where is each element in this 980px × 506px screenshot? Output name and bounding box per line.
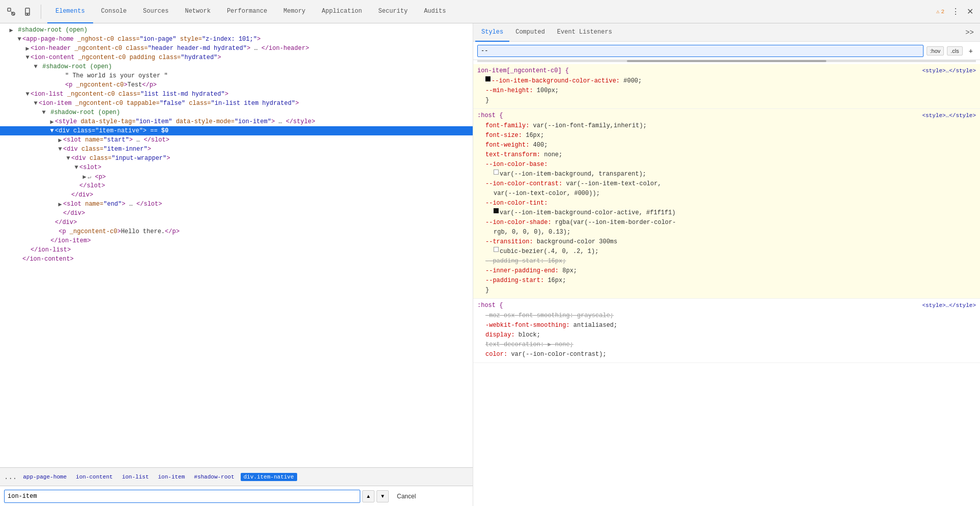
- triangle-slot-start[interactable]: ▶: [57, 136, 63, 144]
- tab-application[interactable]: Application: [313, 0, 370, 23]
- dom-line-ion-list-close[interactable]: </ion-list>: [0, 245, 473, 255]
- more-button[interactable]: ⋮: [949, 6, 962, 18]
- dom-line-ion-content-close[interactable]: </ion-content>: [0, 255, 473, 264]
- css-prop-ion-color-contrast[interactable]: --ion-color-contrast: var(--ion-item-tex…: [477, 179, 976, 188]
- dom-line-slot-start[interactable]: ▶ <slot name="start"> … </slot>: [0, 135, 473, 145]
- dom-line-ion-list[interactable]: ▼ <ion-list _ngcontent-c0 class="list li…: [0, 90, 473, 99]
- search-cancel-button[interactable]: Cancel: [391, 491, 422, 501]
- css-prop-ion-color-shade[interactable]: --ion-color-shade: rgba(var(--ion-item-b…: [477, 218, 976, 227]
- color-swatch-bg-active[interactable]: [485, 76, 491, 81]
- color-swatch-tint[interactable]: [494, 208, 499, 213]
- dom-line-slot-p[interactable]: ▶ ↵ <p>: [0, 172, 473, 181]
- css-checkbox-swatch-2[interactable]: [494, 247, 499, 252]
- css-prop-transition-value[interactable]: cubic-bezier(.4, 0, .2, 1);: [477, 247, 976, 256]
- dom-line-shadow-root-3[interactable]: ▼ #shadow-root (open): [0, 108, 473, 117]
- tab-elements[interactable]: Elements: [47, 0, 93, 23]
- tab-memory[interactable]: Memory: [275, 0, 313, 23]
- css-prop-font-size[interactable]: font-size: 16px;: [477, 131, 976, 140]
- search-up-button[interactable]: ▲: [362, 490, 374, 502]
- search-input[interactable]: [4, 490, 360, 503]
- css-prop-inner-padding-end[interactable]: --inner-padding-end: 8px;: [477, 266, 976, 275]
- tab-console[interactable]: Console: [93, 0, 135, 23]
- breadcrumb-dots[interactable]: ...: [4, 473, 17, 481]
- triangle-ion-content[interactable]: ▼: [24, 54, 31, 61]
- triangle-app-page-home[interactable]: ▼: [16, 36, 22, 43]
- css-prop-ion-color-tint[interactable]: --ion-color-tint:: [477, 199, 976, 208]
- style-filter-input[interactable]: [477, 45, 924, 57]
- css-prop-webkit-smoothing[interactable]: -webkit-font-smoothing: antialiased;: [477, 321, 976, 330]
- dom-line-slot-close[interactable]: </slot>: [0, 181, 473, 190]
- css-prop-min-height[interactable]: --min-height: 100px;: [477, 86, 976, 95]
- dom-line-div-in-close[interactable]: </div>: [0, 218, 473, 227]
- styles-tab-event-listeners[interactable]: Event Listeners: [551, 23, 618, 42]
- css-prop-font-family[interactable]: font-family: var(--ion-font-family,inher…: [477, 121, 976, 130]
- triangle-div-input-wrapper[interactable]: ▼: [65, 155, 71, 162]
- dom-line-div-item-inner[interactable]: ▼ <div class="item-inner">: [0, 145, 473, 154]
- dom-line-ion-item-close[interactable]: </ion-item>: [0, 236, 473, 245]
- add-rule-button[interactable]: +: [966, 46, 976, 56]
- css-prop-bg-active[interactable]: --ion-item-background-color-active: #000…: [477, 76, 976, 86]
- css-source-host-2[interactable]: <style>…</style>: [922, 302, 976, 308]
- search-down-button[interactable]: ▼: [377, 490, 389, 502]
- triangle-style-tag[interactable]: ▶: [49, 118, 55, 126]
- dom-line-app-page-home[interactable]: ▼ <app-page-home _nghost-c0 class="ion-p…: [0, 35, 473, 44]
- triangle-ion-header[interactable]: ▶: [24, 45, 31, 52]
- dom-line-div-input-wrapper[interactable]: ▼ <div class="input-wrapper">: [0, 154, 473, 163]
- inspect-element-button[interactable]: [4, 5, 18, 19]
- dom-line-slot[interactable]: ▼ <slot>: [0, 163, 473, 172]
- css-selector-host-2[interactable]: :host {: [477, 302, 503, 309]
- warning-badge[interactable]: ⚠ 2: [933, 7, 947, 16]
- dom-line-style-tag[interactable]: ▶ <style data-style-tag="ion-item" data-…: [0, 117, 473, 126]
- css-prop-color[interactable]: color: var(--ion-color-contrast);: [477, 350, 976, 359]
- css-source-host-1[interactable]: <style>…</style>: [922, 113, 976, 119]
- triangle-shadow-root-2[interactable]: ▼: [33, 63, 39, 70]
- css-prop-padding-start[interactable]: --padding-start: 16px;: [477, 276, 976, 285]
- device-mode-button[interactable]: [20, 5, 35, 19]
- dom-line-div-iw-close[interactable]: </div>: [0, 190, 473, 200]
- dom-line-ion-header[interactable]: ▶ <ion-header _ngcontent-c0 class="heade…: [0, 44, 473, 53]
- tab-sources[interactable]: Sources: [135, 0, 177, 23]
- dom-line-div-ii-close[interactable]: </div>: [0, 209, 473, 218]
- triangle-slot[interactable]: ▼: [73, 164, 79, 171]
- dom-line-shadow-root-1[interactable]: ▶ #shadow-root (open): [0, 25, 473, 35]
- css-selector-host-1[interactable]: :host {: [477, 112, 503, 119]
- css-prop-ion-color-tint-value[interactable]: var(--ion-item-background-color-active, …: [477, 208, 976, 217]
- css-rules[interactable]: ion-item[_ngcontent-c0] { <style>…</styl…: [473, 62, 980, 506]
- triangle-div-item-native[interactable]: ▼: [49, 127, 55, 134]
- tab-security[interactable]: Security: [370, 0, 416, 23]
- css-checkbox-swatch-1[interactable]: [494, 170, 499, 175]
- triangle-slot-p[interactable]: ▶: [81, 173, 88, 181]
- dom-line-ion-item[interactable]: ▼ <ion-item _ngcontent-c0 tappable="fals…: [0, 99, 473, 108]
- breadcrumb-ion-list[interactable]: ion-list: [119, 473, 152, 481]
- triangle-div-item-inner[interactable]: ▼: [57, 146, 63, 153]
- dom-line-p-test[interactable]: <p _ngcontent-c0>Test</p>: [0, 80, 473, 90]
- triangle-shadow-root-1[interactable]: ▶: [8, 26, 14, 34]
- dom-line-text-oyster[interactable]: " The world is your oyster ": [0, 71, 473, 80]
- css-selector-ion-item[interactable]: ion-item[_ngcontent-c0] {: [477, 67, 569, 74]
- dom-line-shadow-root-2[interactable]: ▼ #shadow-root (open): [0, 62, 473, 71]
- dom-tree[interactable]: ▶ #shadow-root (open) ▼ <app-page-home _…: [0, 23, 473, 467]
- styles-tab-styles[interactable]: Styles: [475, 23, 509, 42]
- hov-button[interactable]: :hov: [927, 46, 944, 55]
- tab-performance[interactable]: Performance: [219, 0, 275, 23]
- triangle-ion-list[interactable]: ▼: [24, 91, 31, 98]
- css-prop-ion-color-shade-value[interactable]: rgb, 0, 0, 0), 0.13);: [477, 228, 976, 237]
- css-prop-display[interactable]: display: block;: [477, 330, 976, 340]
- css-prop-font-weight[interactable]: font-weight: 400;: [477, 140, 976, 150]
- styles-tab-computed[interactable]: Computed: [509, 23, 551, 42]
- triangle-slot-end[interactable]: ▶: [57, 201, 63, 208]
- close-button[interactable]: ✕: [964, 6, 976, 18]
- css-prop-padding-start-strikethrough[interactable]: --padding-start: 16px;: [477, 257, 976, 266]
- breadcrumb-ion-content[interactable]: ion-content: [73, 473, 116, 481]
- dom-line-div-item-native[interactable]: ▼ <div class="item-native"> == $0: [0, 126, 473, 135]
- styles-more-chevron[interactable]: >>: [961, 26, 978, 39]
- breadcrumb-app-page-home[interactable]: app-page-home: [20, 473, 70, 481]
- css-prop-text-decoration[interactable]: text-decoration: ▶ none;: [477, 340, 976, 349]
- css-prop-text-transform[interactable]: text-transform: none;: [477, 150, 976, 159]
- triangle-shadow-root-3[interactable]: ▼: [41, 109, 47, 116]
- css-prop-moz-osx[interactable]: -moz-osx-font-smoothing: grayscale;: [477, 311, 976, 320]
- cls-button[interactable]: .cls: [947, 46, 963, 55]
- breadcrumb-div-item-native[interactable]: div.item-native: [241, 473, 297, 481]
- css-source-ion-item[interactable]: <style>…</style>: [922, 68, 976, 74]
- triangle-ion-item[interactable]: ▼: [33, 100, 39, 107]
